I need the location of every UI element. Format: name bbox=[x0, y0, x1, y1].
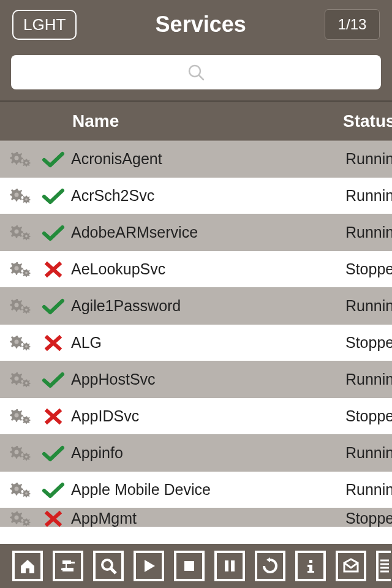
gear-icon[interactable] bbox=[5, 297, 38, 315]
svg-rect-29 bbox=[225, 560, 228, 571]
mail-button[interactable] bbox=[336, 551, 366, 581]
svg-point-7 bbox=[25, 235, 28, 237]
gear-icon[interactable] bbox=[5, 407, 38, 426]
x-icon bbox=[38, 260, 69, 279]
svg-point-14 bbox=[15, 376, 19, 380]
svg-point-20 bbox=[15, 486, 19, 491]
check-icon bbox=[38, 223, 69, 243]
toolbar bbox=[0, 544, 392, 588]
check-icon bbox=[38, 443, 69, 463]
column-status[interactable]: Status bbox=[343, 111, 392, 131]
service-status: Running bbox=[345, 224, 392, 241]
x-icon bbox=[38, 510, 69, 527]
search-area bbox=[0, 49, 392, 102]
more-icon bbox=[379, 557, 391, 575]
play-button[interactable] bbox=[134, 551, 164, 581]
check-icon bbox=[38, 296, 69, 316]
gear-icon[interactable] bbox=[5, 187, 38, 205]
service-status: Stopped bbox=[345, 407, 392, 425]
service-name: AppMgmt bbox=[69, 510, 345, 527]
connect-icon bbox=[59, 557, 77, 575]
search-input[interactable] bbox=[11, 55, 381, 89]
x-icon bbox=[38, 334, 69, 352]
svg-point-21 bbox=[25, 492, 28, 494]
svg-point-11 bbox=[25, 308, 28, 311]
x-icon bbox=[38, 407, 69, 426]
service-row[interactable]: AppMgmt Stopped bbox=[0, 508, 392, 527]
theme-toggle-button[interactable]: LGHT bbox=[12, 10, 77, 40]
service-status: Stopped bbox=[345, 334, 392, 352]
pause-button[interactable] bbox=[214, 551, 245, 581]
service-status: Running bbox=[345, 481, 392, 499]
service-status: Stopped bbox=[345, 260, 392, 278]
more-button[interactable] bbox=[376, 551, 391, 581]
svg-point-16 bbox=[15, 413, 19, 417]
service-row[interactable]: Agile1Password Running bbox=[0, 288, 392, 325]
service-row[interactable]: Appinfo Running bbox=[0, 435, 392, 472]
home-icon bbox=[18, 557, 37, 575]
svg-point-9 bbox=[25, 271, 28, 274]
column-name[interactable]: Name bbox=[72, 111, 343, 131]
restart-button[interactable] bbox=[255, 551, 285, 581]
service-status: Running bbox=[345, 371, 392, 388]
gear-icon[interactable] bbox=[5, 371, 38, 389]
stop-icon bbox=[180, 557, 198, 575]
service-status: Running bbox=[345, 297, 392, 315]
svg-point-12 bbox=[15, 339, 19, 344]
connect-button[interactable] bbox=[53, 551, 83, 581]
svg-point-22 bbox=[15, 516, 19, 520]
info-button[interactable] bbox=[295, 551, 326, 581]
check-icon bbox=[38, 370, 69, 390]
service-row[interactable]: AdobeARMservice Running bbox=[0, 214, 392, 251]
info-icon bbox=[301, 557, 320, 575]
service-name: Apple Mobile Device bbox=[69, 481, 345, 499]
page-indicator[interactable]: 1/13 bbox=[325, 9, 380, 40]
home-button[interactable] bbox=[12, 551, 43, 581]
svg-point-23 bbox=[25, 521, 28, 524]
service-name: AeLookupSvc bbox=[69, 260, 345, 278]
gear-icon[interactable] bbox=[5, 150, 38, 168]
svg-point-8 bbox=[15, 266, 19, 270]
gear-icon[interactable] bbox=[5, 260, 38, 279]
svg-point-19 bbox=[25, 455, 28, 458]
page-title: Services bbox=[156, 12, 246, 37]
restart-icon bbox=[261, 557, 279, 575]
stop-button[interactable] bbox=[174, 551, 205, 581]
search-button[interactable] bbox=[93, 551, 124, 581]
svg-point-3 bbox=[25, 161, 28, 164]
svg-point-2 bbox=[15, 156, 19, 160]
svg-point-15 bbox=[25, 382, 28, 384]
svg-line-27 bbox=[111, 568, 116, 573]
gear-icon[interactable] bbox=[5, 510, 38, 527]
service-list: AcronisAgent Running AcrSch2Svc Running … bbox=[0, 141, 392, 544]
check-icon bbox=[38, 186, 69, 206]
service-name: AcronisAgent bbox=[69, 150, 345, 168]
svg-line-1 bbox=[199, 75, 203, 80]
svg-rect-31 bbox=[309, 560, 312, 563]
gear-icon[interactable] bbox=[5, 481, 38, 499]
pause-icon bbox=[221, 557, 239, 575]
gear-icon[interactable] bbox=[5, 444, 38, 462]
service-row[interactable]: ALG Stopped bbox=[0, 325, 392, 361]
gear-icon[interactable] bbox=[5, 224, 38, 242]
search-icon bbox=[99, 557, 118, 575]
svg-point-5 bbox=[25, 198, 28, 200]
check-icon bbox=[38, 480, 69, 500]
service-row[interactable]: AppIDSvc Stopped bbox=[0, 398, 392, 435]
service-name: Agile1Password bbox=[69, 297, 345, 315]
service-status: Running bbox=[345, 444, 392, 462]
service-row[interactable]: Apple Mobile Device Running bbox=[0, 472, 392, 508]
service-row[interactable]: AeLookupSvc Stopped bbox=[0, 251, 392, 288]
gear-icon[interactable] bbox=[5, 334, 38, 352]
play-icon bbox=[140, 557, 158, 575]
svg-rect-24 bbox=[71, 562, 75, 564]
service-row[interactable]: AcronisAgent Running bbox=[0, 141, 392, 178]
svg-rect-28 bbox=[184, 561, 194, 571]
service-name: ALG bbox=[69, 334, 345, 352]
svg-point-6 bbox=[15, 229, 19, 233]
service-name: Appinfo bbox=[69, 444, 345, 462]
service-row[interactable]: AppHostSvc Running bbox=[0, 361, 392, 398]
service-row[interactable]: AcrSch2Svc Running bbox=[0, 178, 392, 214]
svg-point-10 bbox=[15, 303, 19, 307]
svg-rect-34 bbox=[307, 571, 314, 573]
